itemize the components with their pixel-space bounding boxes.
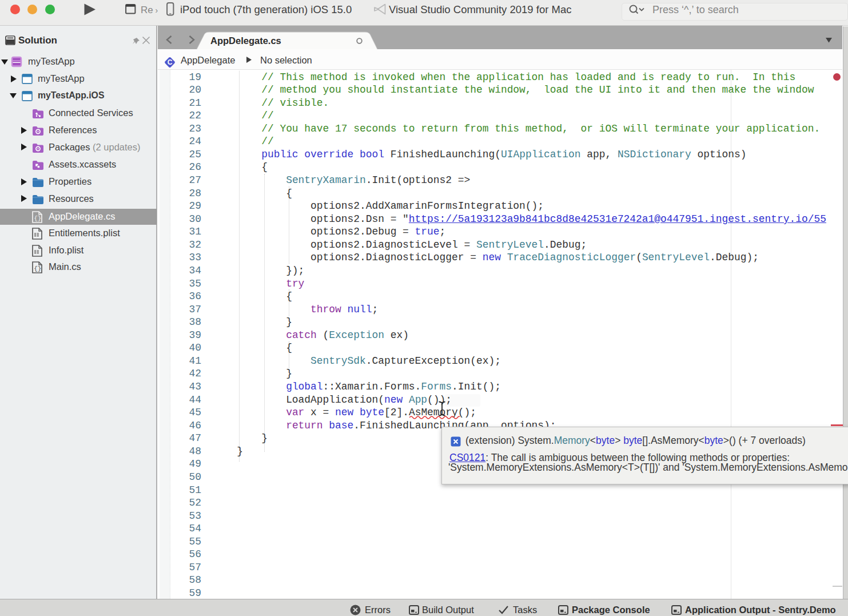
svg-text:{}: {} bbox=[34, 214, 41, 221]
svg-text:C: C bbox=[168, 58, 173, 66]
svg-text:{}: {} bbox=[34, 265, 41, 272]
